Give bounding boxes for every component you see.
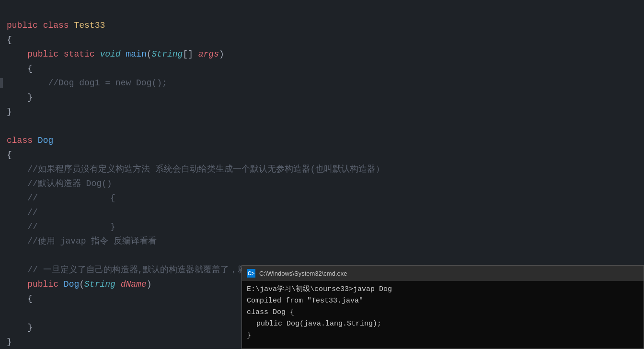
terminal-window[interactable]: C> C:\Windows\System32\cmd.exe E:\java学习…: [242, 265, 644, 349]
line-17: [7, 251, 12, 260]
editor-area: public class Test33 { public static void…: [0, 0, 644, 349]
line-13: // {: [7, 193, 115, 203]
line-8: [7, 121, 12, 131]
line-20: {: [7, 294, 33, 303]
line-22: }: [7, 323, 33, 332]
line-23: }: [7, 337, 12, 347]
line-1: public class Test33: [7, 21, 105, 30]
line-3: public static void main(String[] args): [7, 49, 224, 59]
terminal-line-4: public Dog(java.lang.String);: [247, 318, 639, 330]
line-19: public Dog(String dName): [7, 279, 152, 289]
terminal-title: C:\Windows\System32\cmd.exe: [259, 270, 347, 277]
terminal-icon: C>: [247, 269, 255, 278]
line-4: {: [7, 64, 33, 73]
line-14: //: [7, 208, 38, 217]
line-2: {: [7, 35, 12, 45]
line-6: }: [7, 93, 33, 102]
line-5: //Dog dog1 = new Dog();: [7, 78, 167, 88]
line-21: [7, 308, 12, 318]
line-7: }: [7, 107, 12, 116]
terminal-line-5: }: [247, 330, 639, 341]
terminal-line-3: class Dog {: [247, 307, 639, 318]
line-10: {: [7, 150, 12, 160]
terminal-titlebar: C> C:\Windows\System32\cmd.exe: [242, 266, 644, 281]
line-12: //默认构造器 Dog(): [7, 179, 112, 188]
line-11: //如果程序员没有定义构造方法 系统会自动给类生成一个默认无参构造器(也叫默认构…: [7, 164, 384, 174]
terminal-icon-label: C>: [248, 270, 254, 276]
line-15: // }: [7, 222, 115, 232]
terminal-line-2: Compiled from "Test33.java": [247, 295, 639, 307]
terminal-line-1: E:\java学习\初级\course33>javap Dog: [247, 284, 639, 295]
line-9: class Dog: [7, 136, 53, 145]
terminal-content: E:\java学习\初级\course33>javap Dog Compiled…: [242, 281, 644, 349]
line-16: //使用 javap 指令 反编译看看: [7, 236, 157, 246]
